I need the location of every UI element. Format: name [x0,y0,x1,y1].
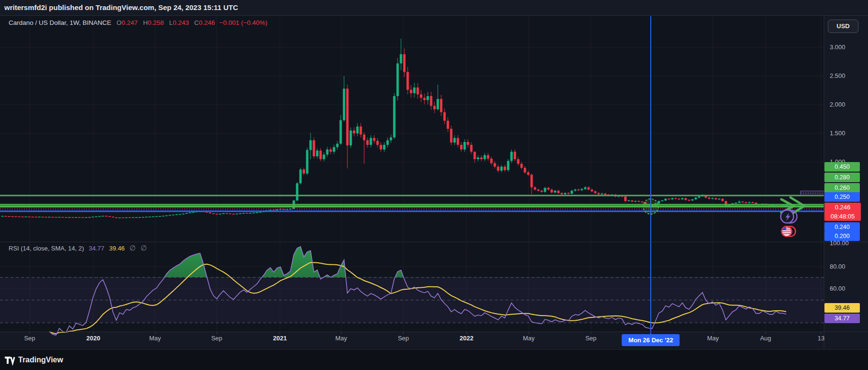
ohlc-low: L0.243 [169,19,189,26]
current-price-value: 0.246 [824,203,861,212]
price-axis-tick: 2.000 [830,100,867,109]
price-level-label: 0.260 [824,183,860,193]
time-axis-tick: 2022 [460,335,474,342]
price-level-label: 0.450 [824,162,860,172]
chart-canvas[interactable] [0,16,868,350]
tradingview-logo-icon[interactable] [4,354,15,366]
rsi-value: 34.77 [89,245,105,252]
time-axis-tick: Sep [24,335,35,342]
price-level-label: 0.200 [824,231,860,241]
ohlc-high: H0.258 [143,19,164,26]
time-axis-tick: May [523,335,535,342]
price-axis-tick: 60.00 [830,284,867,293]
rsi-hidden-icon[interactable]: ∅ [130,244,136,252]
price-axis-tick: 1.500 [830,129,867,138]
time-axis-tick: May [335,335,347,342]
time-axis-tick: Sep [585,335,596,342]
ohlc-close: C0.246 [194,19,215,26]
rsi-header[interactable]: RSI (14, close, SMA, 14, 2) 34.77 39.46 … [9,244,147,252]
time-axis-tick: May [707,335,719,342]
price-level-label: 39.46 [824,303,860,313]
tradingview-brand-text[interactable]: TradingView [18,356,63,364]
symbol-header[interactable]: Cardano / US Dollar, 1W, BINANCE O0.247 … [9,19,267,26]
price-level-label: 0.240 [824,222,860,232]
time-axis-tick: Aug [760,335,771,342]
ohlc-open: O0.247 [117,19,138,26]
rsi-title[interactable]: RSI (14, close, SMA, 14, 2) [9,245,84,252]
rsi-ma-value: 39.46 [109,245,125,252]
time-axis-tick: Sep [398,335,409,342]
countdown-timer: 08:48:05 [824,212,861,221]
footer-bar: TradingView [0,350,868,370]
selection-box[interactable] [801,191,825,196]
price-axis-tick: 2.500 [830,72,867,80]
time-axis-tick: 13 [818,335,824,342]
price-level-label: 0.250 [824,192,860,202]
time-axis-tick: 2020 [87,335,100,342]
highlight-circle[interactable] [643,199,658,214]
price-axis-tick: 80.00 [830,262,867,271]
time-axis-tick: May [149,335,161,342]
crosshair-date-badge: Mon 26 Dec '22 [622,334,679,346]
currency-toggle-button[interactable]: USD [828,20,858,33]
price-level-label: 0.280 [824,173,860,182]
current-price-label: 0.246 08:48:05 [824,203,861,221]
symbol-title[interactable]: Cardano / US Dollar, 1W, BINANCE [9,19,111,26]
chart-region[interactable]: Cardano / US Dollar, 1W, BINANCE O0.247 … [0,15,868,350]
rsi-hidden-icon[interactable]: ∅ [141,244,147,252]
ohlc-change: −0.001 (−0.40%) [219,19,267,26]
us-flag-icon[interactable] [782,227,796,237]
watermark-text: writersmfd2i published on TradingView.co… [4,3,238,11]
price-axis-tick: 3.000 [830,43,867,52]
price-level-label: 34.77 [824,314,860,323]
time-axis-tick: Sep [211,335,222,342]
watermark-bar: writersmfd2i published on TradingView.co… [0,0,868,15]
time-axis-tick: 2021 [273,335,287,342]
lightning-icon[interactable] [781,210,797,223]
tradingview-snapshot: writersmfd2i published on TradingView.co… [0,0,868,370]
